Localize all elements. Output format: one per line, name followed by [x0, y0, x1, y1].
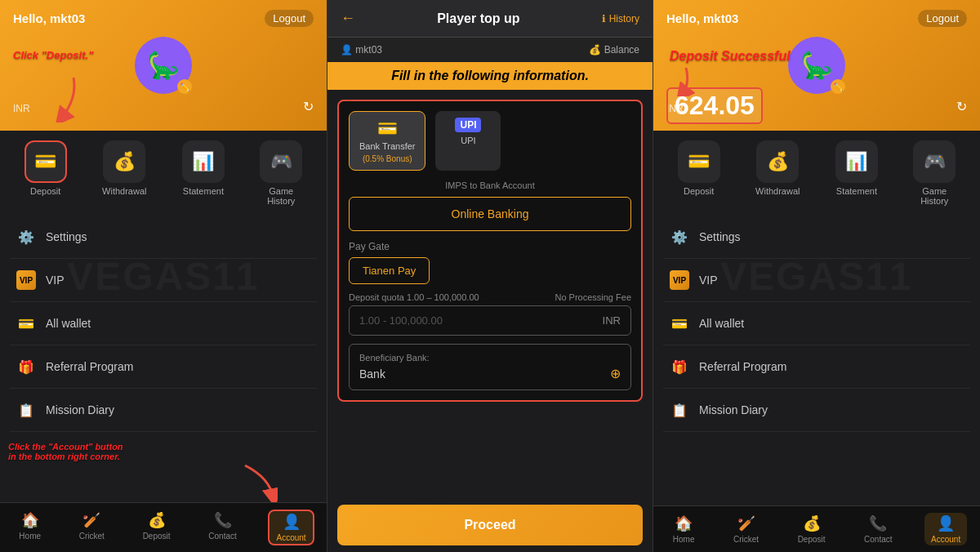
right-contact-icon: 📞 — [869, 514, 887, 532]
left-bottom-nav: 🏠 Home 🏏 Cricket 💰 Deposit 📞 Contact 👤 A… — [0, 502, 327, 552]
right-menu-mission[interactable]: 📋 Mission Diary — [663, 389, 970, 432]
left-logout-btn[interactable]: Logout — [265, 10, 314, 27]
bank-transfer-tab[interactable]: 💳 Bank Transfer (0.5% Bonus) — [349, 111, 425, 171]
right-game-history-action[interactable]: 🎮 GameHistory — [913, 140, 956, 206]
right-home-icon: 🏠 — [675, 514, 693, 532]
amount-currency-label: INR — [603, 314, 621, 327]
topup-content: 💳 Bank Transfer (0.5% Bonus) UPI UPI IMP… — [327, 90, 653, 498]
settings-icon: ⚙️ — [16, 227, 36, 247]
cricket-icon: 🏏 — [82, 511, 100, 529]
proceed-button[interactable]: Proceed — [337, 505, 643, 545]
statement-icon: 📊 — [192, 151, 214, 172]
payment-tabs: 💳 Bank Transfer (0.5% Bonus) UPI UPI — [349, 111, 631, 171]
settings-label: Settings — [46, 230, 87, 243]
right-nav-home[interactable]: 🏠 Home — [666, 513, 702, 545]
right-nav-deposit[interactable]: 💰 Deposit — [791, 513, 832, 545]
right-nav-deposit-label: Deposit — [798, 535, 826, 544]
right-all-wallet-icon: 💳 — [670, 314, 689, 333]
right-avatar: 🦕 ✏️ — [788, 37, 845, 94]
right-menu-referral[interactable]: 🎁 Referral Program — [663, 345, 970, 389]
bank-transfer-bonus: (0.5% Bonus) — [363, 154, 412, 163]
deposit-action-btn[interactable]: 💳 Deposit — [24, 140, 67, 206]
right-referral-icon: 🎁 — [670, 357, 689, 376]
pay-gate-label: Pay Gate — [349, 241, 631, 252]
game-history-action-btn[interactable]: 🎮 GameHistory — [260, 140, 302, 206]
upi-label: UPI — [461, 136, 475, 145]
upi-icon: UPI — [455, 118, 481, 132]
right-nav-deposit-icon: 💰 — [803, 514, 821, 532]
right-referral-label: Referral Program — [699, 360, 786, 373]
payment-methods-box: 💳 Bank Transfer (0.5% Bonus) UPI UPI IMP… — [337, 100, 643, 402]
withdrawal-icon: 💰 — [114, 151, 136, 172]
right-mission-icon: 📋 — [670, 400, 689, 420]
topup-user: 👤 mkt03 — [341, 44, 382, 56]
upi-tab[interactable]: UPI UPI — [435, 111, 501, 171]
nav-home[interactable]: 🏠 Home — [12, 510, 47, 545]
right-nav-contact[interactable]: 📞 Contact — [858, 513, 898, 545]
right-statement-action[interactable]: 📊 Statement — [835, 140, 878, 206]
back-button[interactable]: ← — [341, 10, 355, 27]
right-statement-label: Statement — [836, 186, 877, 196]
nav-cricket[interactable]: 🏏 Cricket — [73, 510, 111, 545]
menu-item-settings[interactable]: ⚙️ Settings — [10, 216, 317, 259]
right-cricket-label: Cricket — [733, 535, 759, 544]
menu-item-mission[interactable]: 📋 Mission Diary — [10, 389, 317, 432]
account-icon: 👤 — [283, 513, 301, 531]
referral-label: Referral Program — [46, 360, 133, 373]
statement-action-label: Statement — [183, 186, 224, 196]
right-menu-all-wallet[interactable]: 💳 All wallet — [663, 302, 970, 345]
topup-user-row: 👤 mkt03 💰 Balance — [327, 38, 653, 62]
amount-input-box[interactable]: 1.00 - 100,000.00 INR — [349, 305, 631, 336]
menu-item-referral[interactable]: 🎁 Referral Program — [10, 345, 317, 389]
right-mission-label: Mission Diary — [699, 403, 768, 416]
right-balance: 624.05 — [675, 91, 755, 120]
right-statement-icon: 📊 — [845, 151, 867, 172]
home-label: Home — [19, 532, 41, 541]
info-icon: ℹ — [602, 13, 606, 24]
right-header: Hello, mkt03 Logout 🦕 ✏️ INR ↻ Deposit S… — [653, 0, 980, 131]
all-wallet-icon: 💳 — [16, 314, 36, 333]
history-link[interactable]: ℹ History — [602, 13, 639, 24]
game-history-action-label: GameHistory — [267, 186, 295, 206]
statement-action-btn[interactable]: 📊 Statement — [182, 140, 225, 206]
nav-contact[interactable]: 📞 Contact — [202, 510, 243, 545]
menu-item-all-wallet[interactable]: 💳 All wallet — [10, 302, 317, 345]
left-header: Hello, mkt03 Logout 🦕 ✏️ INR ↻ Click "De… — [0, 0, 327, 131]
mission-icon: 📋 — [16, 400, 36, 420]
right-withdrawal-icon-bg: 💰 — [756, 140, 799, 183]
no-fee-label: No Processing Fee — [555, 292, 631, 302]
history-label: History — [609, 13, 639, 24]
right-logout-btn[interactable]: Logout — [918, 10, 967, 27]
right-menu-settings[interactable]: ⚙️ Settings — [663, 216, 970, 259]
withdrawal-icon-bg: 💰 — [103, 140, 145, 183]
nav-deposit-label: Deposit — [143, 532, 171, 541]
right-cricket-icon: 🏏 — [737, 514, 755, 532]
right-game-history-label: GameHistory — [920, 186, 948, 206]
nav-account[interactable]: 👤 Account — [268, 510, 314, 545]
right-all-wallet-label: All wallet — [699, 317, 744, 330]
left-refresh-icon[interactable]: ↻ — [303, 99, 314, 114]
game-history-icon-bg: 🎮 — [260, 140, 302, 183]
right-nav-cricket[interactable]: 🏏 Cricket — [727, 513, 765, 545]
beneficiary-add-icon[interactable]: ⊕ — [610, 366, 621, 381]
right-vip-label: VIP — [699, 274, 718, 287]
imps-label: IMPS to Bank Account — [349, 180, 631, 190]
right-account-icon: 👤 — [937, 514, 955, 532]
withdrawal-action-btn[interactable]: 💰 Withdrawal — [102, 140, 146, 206]
vip-icon: VIP — [16, 270, 36, 290]
right-deposit-action[interactable]: 💳 Deposit — [678, 140, 720, 206]
tianen-pay-btn[interactable]: Tianen Pay — [349, 257, 430, 284]
avatar-edit-icon[interactable]: ✏️ — [177, 79, 192, 94]
right-deposit-label: Deposit — [684, 186, 714, 196]
right-vip-icon: VIP — [670, 270, 689, 290]
left-panel: Hello, mkt03 Logout 🦕 ✏️ INR ↻ Click "De… — [0, 0, 327, 552]
online-banking-btn[interactable]: Online Banking — [349, 197, 631, 231]
right-nav-account[interactable]: 👤 Account — [924, 513, 967, 545]
right-withdrawal-action[interactable]: 💰 Withdrawal — [755, 140, 800, 206]
statement-icon-bg: 📊 — [182, 140, 225, 183]
withdrawal-action-label: Withdrawal — [102, 186, 146, 196]
left-quick-actions: 💳 Deposit 💰 Withdrawal 📊 Statement 🎮 Gam… — [0, 131, 327, 216]
right-menu-vip[interactable]: VIP VIP — [663, 259, 970, 302]
nav-deposit[interactable]: 💰 Deposit — [136, 510, 177, 545]
menu-item-vip[interactable]: VIP VIP — [10, 259, 317, 302]
